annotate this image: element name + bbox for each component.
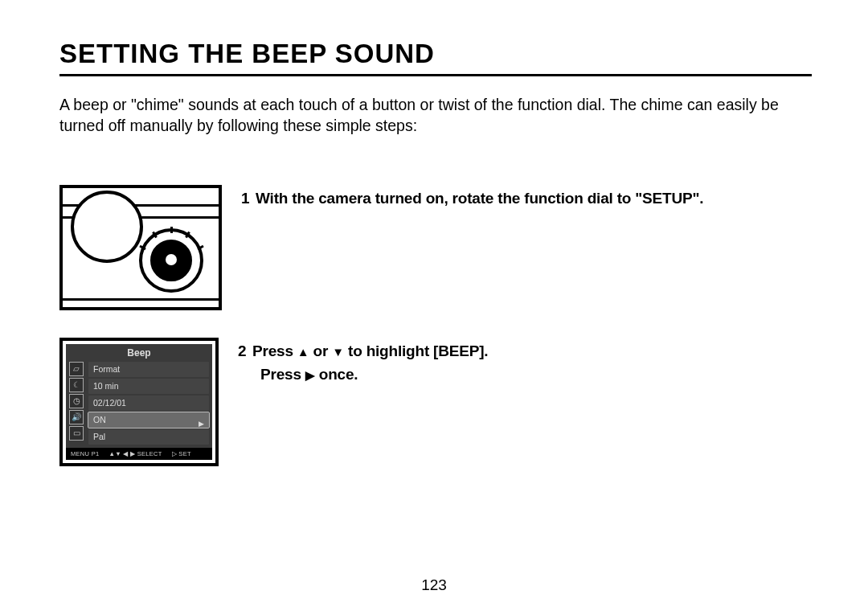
figure-camera-dial — [59, 185, 222, 310]
intro-paragraph: A beep or "chime" sounds at each touch o… — [59, 94, 812, 137]
up-arrow-icon: ▲ — [297, 342, 309, 361]
step-2-line2-b: once. — [315, 366, 358, 383]
clock-icon: ◷ — [69, 394, 84, 408]
card-icon: ▱ — [69, 362, 84, 376]
step-2-line1-a: Press — [252, 342, 297, 359]
lcd-item-format: Format — [88, 362, 209, 377]
page-title: SETTING THE BEEP SOUND — [59, 39, 812, 76]
power-icon: ☾ — [69, 378, 84, 392]
step-1-text: 1With the camera turned on, rotate the f… — [241, 185, 703, 210]
step-2-line2-a: Press — [260, 366, 305, 383]
down-arrow-icon: ▼ — [332, 342, 344, 361]
speaker-icon: 🔊 — [69, 410, 84, 424]
step-2-number: 2 — [238, 339, 252, 363]
lcd-left-icons: ▱ ☾ ◷ 🔊 ▭ — [69, 362, 85, 442]
step-1-body: With the camera turned on, rotate the fu… — [256, 190, 703, 207]
lcd-item-video: Pal — [88, 429, 209, 445]
page-number: 123 — [0, 576, 868, 594]
tv-icon: ▭ — [69, 426, 84, 441]
lcd-menu-list: Format 10 min 02/12/01 ON▶ Pal — [88, 362, 209, 446]
lcd-header: Beep — [66, 344, 212, 360]
lcd-footer: MENU P1 ▲▼ ◀ ▶ SELECT ▷ SET — [66, 448, 212, 460]
step-1-row: 1With the camera turned on, rotate the f… — [59, 185, 812, 310]
step-2-row: Beep ▱ ☾ ◷ 🔊 ▭ Format 10 min 02/12/01 ON… — [59, 338, 812, 466]
lcd-footer-menu: MENU P1 — [71, 450, 99, 457]
lcd-item-timeout: 10 min — [88, 379, 209, 394]
step-2-text: 2Press ▲ or ▼ to highlight [BEEP]. Press… — [238, 338, 488, 387]
step-2-line1-b: or — [309, 342, 333, 359]
step-2-line1-c: to highlight [BEEP]. — [344, 342, 488, 359]
lcd-item-date: 02/12/01 — [88, 396, 209, 411]
lcd-footer-select: ▲▼ ◀ ▶ SELECT — [108, 450, 162, 457]
figure-lcd-menu: Beep ▱ ☾ ◷ 🔊 ▭ Format 10 min 02/12/01 ON… — [59, 338, 219, 466]
lcd-footer-set: ▷ SET — [172, 450, 191, 457]
lcd-item-beep: ON▶ — [88, 412, 209, 428]
step-1-number: 1 — [241, 187, 256, 210]
right-arrow-icon: ▶ — [305, 366, 315, 384]
